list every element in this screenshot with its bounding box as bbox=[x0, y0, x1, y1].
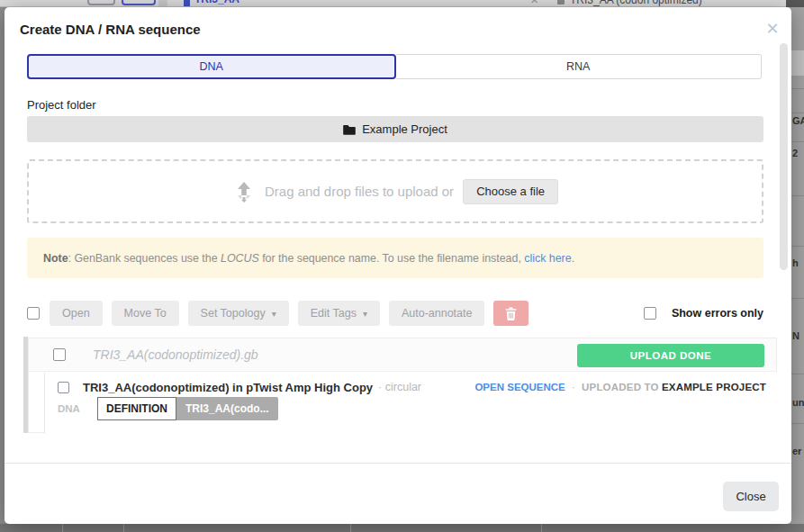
close-dialog-icon[interactable]: ✕ bbox=[762, 19, 783, 39]
click-here-link[interactable]: click here bbox=[524, 252, 571, 265]
close-button[interactable]: Close bbox=[723, 482, 779, 511]
table-text-fragment: un bbox=[792, 397, 804, 408]
caret-down-icon: ▾ bbox=[363, 309, 367, 319]
lock-icon bbox=[557, 0, 565, 5]
table-text-fragment: GA bbox=[792, 115, 804, 126]
dot-separator: · bbox=[572, 382, 575, 392]
edit-tags-button[interactable]: Edit Tags ▾ bbox=[298, 301, 380, 326]
definition-tag-value[interactable]: TRI3_AA(codo... bbox=[176, 397, 278, 420]
upload-done-button[interactable]: UPLOAD DONE bbox=[577, 344, 764, 367]
file-dropzone[interactable]: Drag and drop files to upload or Choose … bbox=[27, 159, 763, 223]
uploaded-file-row: TRI3_AA(codonoptimized).gb UPLOAD DONE bbox=[29, 338, 776, 372]
show-errors-label: Show errors only bbox=[672, 307, 763, 320]
sequence-type-label: DNA bbox=[58, 403, 97, 414]
sequence-topology: · circular bbox=[378, 381, 421, 393]
show-errors-control: Show errors only bbox=[644, 307, 763, 320]
upload-list: TRI3_AA(codonoptimized).gb UPLOAD DONE T… bbox=[28, 338, 777, 433]
definition-tag-key[interactable]: DEFINITION bbox=[97, 397, 176, 420]
select-all-checkbox[interactable] bbox=[27, 307, 40, 320]
table-text-fragment: h bbox=[792, 257, 799, 268]
background-bottom-strip bbox=[0, 524, 804, 532]
tab-dna[interactable]: DNA bbox=[27, 54, 396, 79]
file-name: TRI3_AA(codonoptimized).gb bbox=[93, 347, 258, 362]
background-separator bbox=[158, 0, 167, 7]
sequence-entry: TRI3_AA(codonoptimized) in pTwist Amp Hi… bbox=[44, 373, 778, 434]
background-table-header bbox=[786, 0, 804, 7]
trash-icon bbox=[505, 307, 517, 320]
background-tabbar: TRI3_AA ✕ TRI3_AA (codon optimized) bbox=[0, 0, 804, 7]
sequence-type-tabs: DNA RNA bbox=[27, 54, 762, 79]
choose-file-button[interactable]: Choose a file bbox=[463, 179, 558, 204]
sequence-checkbox[interactable] bbox=[58, 382, 69, 393]
upload-icon bbox=[232, 181, 256, 203]
project-folder-value: Example Project bbox=[362, 122, 447, 136]
background-tab-label: TRI3_AA bbox=[194, 0, 239, 5]
open-button[interactable]: Open bbox=[50, 301, 103, 326]
uploaded-to-project: EXAMPLE PROJECT bbox=[662, 382, 766, 392]
project-folder-select[interactable]: Example Project bbox=[27, 116, 763, 142]
auto-annotate-button[interactable]: Auto-annotate bbox=[389, 301, 485, 326]
background-toolbar-button-active bbox=[122, 0, 156, 5]
dialog-title: Create DNA / RNA sequence bbox=[20, 22, 201, 37]
bulk-actions-toolbar: Open Move To Set Topology ▾ Edit Tags ▾ … bbox=[27, 301, 763, 326]
project-folder-label: Project folder bbox=[27, 98, 96, 112]
scrollbar-thumb[interactable] bbox=[780, 43, 788, 270]
table-text-fragment: 2 bbox=[792, 148, 798, 158]
move-to-button[interactable]: Move To bbox=[112, 301, 179, 326]
background-toolbar-button bbox=[87, 0, 115, 5]
create-sequence-dialog: Create DNA / RNA sequence ✕ DNA RNA Proj… bbox=[5, 7, 791, 524]
show-errors-checkbox[interactable] bbox=[644, 307, 656, 320]
set-topology-button[interactable]: Set Topology ▾ bbox=[188, 301, 289, 326]
tab-rna[interactable]: RNA bbox=[396, 54, 763, 79]
open-sequence-link[interactable]: OPEN SEQUENCE bbox=[474, 382, 565, 392]
genbank-note: Note: GenBank sequences use the LOCUS fo… bbox=[27, 238, 763, 278]
background-tab2-label: TRI3_AA (codon optimized) bbox=[570, 0, 702, 6]
uploaded-to-label: UPLOADED TO bbox=[582, 382, 659, 392]
sequence-title: TRI3_AA(codonoptimized) in pTwist Amp Hi… bbox=[83, 381, 373, 394]
document-icon bbox=[184, 0, 190, 7]
delete-button[interactable] bbox=[493, 301, 528, 326]
folder-icon bbox=[343, 124, 356, 135]
table-text-fragment: er bbox=[792, 446, 801, 456]
table-text-fragment: N bbox=[792, 330, 799, 341]
footer-divider bbox=[5, 463, 791, 464]
note-bold: Note bbox=[43, 252, 68, 265]
file-checkbox[interactable] bbox=[53, 348, 66, 361]
note-locus: LOCUS bbox=[221, 252, 259, 265]
dropzone-text: Drag and drop files to upload or bbox=[265, 184, 454, 199]
caret-down-icon: ▾ bbox=[272, 309, 276, 319]
close-tab-icon: ✕ bbox=[530, 0, 538, 6]
